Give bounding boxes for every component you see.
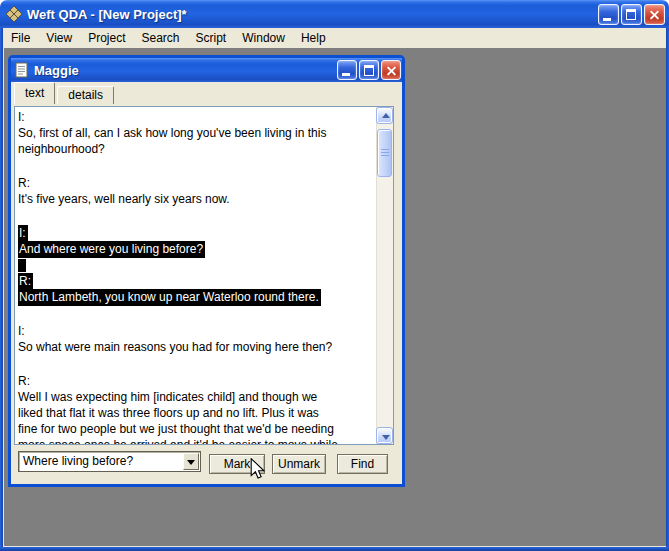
transcript-panel: I:So, first of all, can I ask how long y… — [14, 106, 394, 445]
tab-bar: textdetails — [11, 82, 402, 104]
transcript-line[interactable]: So, first of all, can I ask how long you… — [18, 125, 376, 141]
footer-buttons: MarkUnmarkFind — [209, 454, 388, 474]
transcript-line[interactable]: R: — [18, 373, 376, 389]
transcript-blank-line[interactable] — [18, 157, 376, 175]
scrollbar — [376, 107, 393, 444]
window-border-left — [0, 28, 3, 551]
transcript-line[interactable]: R: — [18, 273, 376, 289]
close-icon — [648, 8, 661, 21]
category-dropdown[interactable]: Where living before? — [18, 451, 201, 472]
document-title: Maggie — [34, 63, 79, 78]
selection-mark — [18, 259, 26, 272]
transcript-line[interactable]: I: — [18, 109, 376, 125]
transcript-text: I: — [18, 324, 25, 338]
transcript-text: North Lambeth, you know up near Waterloo… — [18, 289, 321, 306]
transcript-line[interactable]: I: — [18, 323, 376, 339]
footer-toolbar: Where living before? MarkUnmarkFind — [11, 451, 402, 477]
transcript-text: It's five years, well nearly six years n… — [18, 192, 230, 206]
scrollbar-down-button[interactable] — [376, 427, 393, 444]
transcript-line[interactable]: fine for two people but we just thought … — [18, 421, 376, 437]
transcript-text: liked that flat it was three floors up a… — [18, 406, 319, 420]
menu-item-script[interactable]: Script — [188, 28, 235, 48]
minimize-icon — [342, 73, 350, 76]
minimize-button[interactable] — [598, 4, 619, 25]
document-window-controls — [337, 60, 401, 80]
transcript-line[interactable]: I: — [18, 225, 376, 241]
transcript-text: R: — [18, 374, 30, 388]
transcript-line[interactable]: So what were main reasons you had for mo… — [18, 339, 376, 355]
scrollbar-grip-icon — [381, 149, 389, 158]
menu-item-help[interactable]: Help — [293, 28, 334, 48]
scrollbar-up-button[interactable] — [376, 107, 393, 124]
transcript-text: fine for two people but we just thought … — [18, 422, 334, 436]
transcript-line[interactable]: more space once he arrived and it'd be e… — [18, 437, 376, 444]
transcript-text: And where were you living before? — [18, 241, 205, 258]
app-titlebar[interactable]: Weft QDA - [New Project]* — [0, 0, 669, 28]
menu-item-view[interactable]: View — [38, 28, 80, 48]
mouse-cursor — [250, 458, 265, 481]
maximize-icon — [364, 65, 374, 76]
document-window: Maggie textdetails I:So, first of all, c… — [8, 55, 405, 487]
menu-item-project[interactable]: Project — [80, 28, 133, 48]
maximize-icon — [626, 9, 636, 20]
document-titlebar[interactable]: Maggie — [11, 58, 402, 82]
transcript-line[interactable]: Well I was expecting him [indicates chil… — [18, 389, 376, 405]
app-window-controls — [598, 4, 665, 25]
tab-details[interactable]: details — [57, 86, 114, 104]
transcript-text: Well I was expecting him [indicates chil… — [18, 390, 317, 404]
transcript-text: R: — [18, 176, 30, 190]
chevron-up-icon — [382, 113, 390, 118]
chevron-down-icon — [382, 435, 390, 440]
transcript-text: So what were main reasons you had for mo… — [18, 340, 332, 354]
transcript-line[interactable]: neighbourhood? — [18, 141, 376, 157]
transcript-blank-line[interactable] — [18, 207, 376, 225]
transcript-blank-line[interactable] — [18, 355, 376, 373]
transcript-text: So, first of all, can I ask how long you… — [18, 126, 326, 140]
menu-bar: FileViewProjectSearchScriptWindowHelp — [3, 28, 666, 48]
doc-maximize-button[interactable] — [359, 60, 379, 80]
weft-knot-icon — [6, 6, 22, 22]
text-page-icon — [14, 62, 29, 78]
category-dropdown-value: Where living before? — [23, 452, 133, 471]
transcript-line[interactable]: And where were you living before? — [18, 241, 376, 257]
transcript-line[interactable]: liked that flat it was three floors up a… — [18, 405, 376, 421]
scrollbar-thumb[interactable] — [377, 129, 392, 177]
transcript-line[interactable]: R: — [18, 175, 376, 191]
doc-close-button[interactable] — [381, 60, 401, 80]
chevron-down-icon — [187, 460, 195, 465]
maximize-button[interactable] — [621, 4, 642, 25]
tab-text[interactable]: text — [14, 82, 55, 104]
menu-item-window[interactable]: Window — [234, 28, 293, 48]
close-button[interactable] — [644, 4, 665, 25]
app-title: Weft QDA - [New Project]* — [27, 7, 187, 22]
transcript-text: R: — [18, 273, 33, 290]
minimize-icon — [603, 18, 611, 21]
find-button[interactable]: Find — [337, 454, 388, 474]
transcript-line[interactable]: North Lambeth, you know up near Waterloo… — [18, 289, 376, 305]
transcript-text: I: — [18, 225, 28, 242]
doc-minimize-button[interactable] — [337, 60, 357, 80]
transcript-line[interactable]: It's five years, well nearly six years n… — [18, 191, 376, 207]
menu-item-file[interactable]: File — [3, 28, 38, 48]
close-icon — [385, 64, 398, 77]
transcript-blank-line[interactable] — [18, 305, 376, 323]
menu-item-search[interactable]: Search — [134, 28, 188, 48]
transcript-text: I: — [18, 110, 25, 124]
transcript-line[interactable] — [18, 257, 376, 273]
transcript-text: neighbourhood? — [18, 142, 105, 156]
transcript[interactable]: I:So, first of all, can I ask how long y… — [15, 107, 376, 444]
dropdown-arrow-button[interactable] — [183, 453, 199, 470]
window-border-bottom — [0, 547, 669, 551]
transcript-text: more space once he arrived and it'd be e… — [18, 438, 338, 444]
unmark-button[interactable]: Unmark — [272, 454, 326, 474]
